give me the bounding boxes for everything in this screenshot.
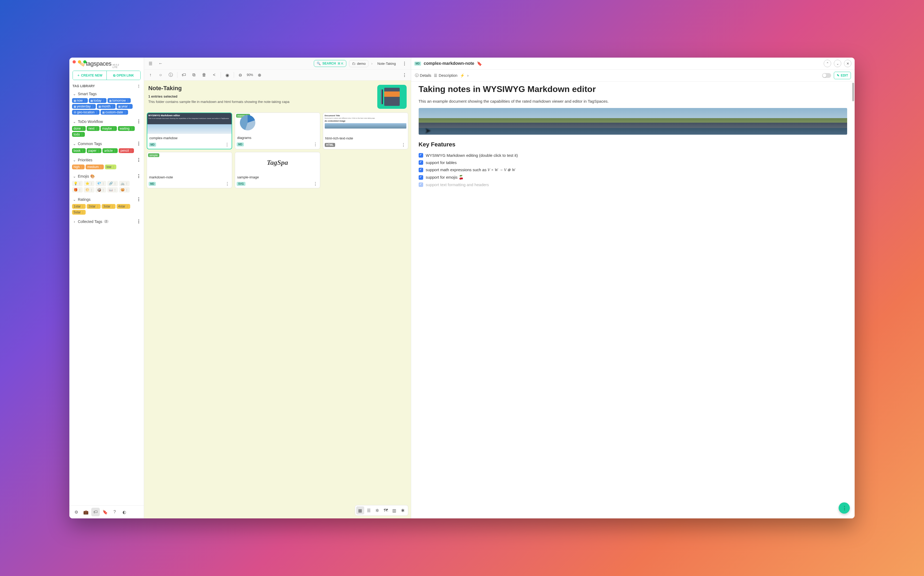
tag-month[interactable]: ▦month⋮ — [97, 104, 116, 109]
tag-paper[interactable]: paper⋮ — [87, 148, 102, 153]
details-tab[interactable]: ⓘDetails — [415, 73, 432, 78]
section-menu[interactable]: ⋮ — [136, 219, 141, 224]
section-menu[interactable]: ⋮ — [136, 141, 141, 146]
next-file-icon[interactable]: ⌄ — [834, 60, 841, 67]
zoom-in-icon[interactable]: ⊕ — [256, 71, 263, 78]
breadcrumb-current[interactable]: Note-Taking — [375, 60, 398, 67]
checklist-item[interactable]: WYSIWYG Markdown editing (double click t… — [419, 152, 847, 159]
kanban-view-icon[interactable]: ▥ — [390, 506, 398, 514]
map-view-icon[interactable]: 🗺 — [382, 506, 390, 514]
checklist-item[interactable]: support text formatting and headers — [419, 181, 847, 188]
file-card-diagrams[interactable]: mermaid diagrams MD⋮ — [235, 112, 320, 149]
prev-file-icon[interactable]: ⌃ — [824, 60, 831, 67]
close-preview-icon[interactable]: ✕ — [844, 60, 852, 67]
checklist-item[interactable]: support for emojis 🍒 — [419, 174, 847, 181]
checkbox-icon[interactable] — [419, 160, 423, 165]
graph-view-icon[interactable]: ✱ — [399, 506, 407, 514]
emoji-tag[interactable]: ⭐⋮ — [84, 181, 95, 186]
file-card-sample-image[interactable]: TagSpa sample-image SVG⋮ — [235, 152, 320, 188]
info-icon[interactable]: ⓘ — [167, 71, 175, 78]
tag-next[interactable]: next⋮ — [87, 126, 99, 131]
tag-year[interactable]: ▦year⋮ — [117, 104, 133, 109]
section-menu[interactable]: ⋮ — [136, 157, 141, 162]
tag-medium[interactable]: medium⋮ — [86, 165, 104, 169]
breadcrumb-root[interactable]: 🗀demo — [349, 60, 369, 67]
tag-high[interactable]: high⋮ — [72, 165, 85, 169]
breadcrumb-menu[interactable]: ⋮ — [401, 60, 408, 67]
card-menu[interactable]: ⋮ — [400, 142, 406, 147]
tag-icon[interactable]: 🏷 — [91, 508, 100, 516]
tag-geo[interactable]: ⦿geo-location⋮ — [72, 110, 99, 115]
tag-1star[interactable]: 1star⋮ — [72, 204, 86, 209]
section-menu[interactable]: ⋮ — [136, 174, 141, 179]
edit-button[interactable]: ✎EDIT — [834, 72, 851, 79]
tag-2star[interactable]: 2star⋮ — [87, 204, 101, 209]
bookmark-icon[interactable]: 🔖 — [101, 508, 109, 516]
checkbox-icon[interactable] — [419, 175, 423, 180]
card-menu[interactable]: ⋮ — [224, 181, 230, 186]
tag-library-menu[interactable]: ⋮ — [137, 84, 140, 88]
file-card-html-note[interactable]: Document Title Some text in colors and d… — [323, 112, 408, 149]
tag-maybe[interactable]: maybe⋮ — [101, 126, 117, 131]
tag-3star[interactable]: 3star⋮ — [102, 204, 116, 209]
checkbox-icon[interactable] — [419, 153, 423, 158]
tag-done[interactable]: done⋮ — [72, 126, 86, 131]
lightning-icon[interactable]: ⚡ — [460, 73, 465, 78]
tag-tomorrow[interactable]: ▦tomorrow⋮ — [107, 98, 131, 103]
list-view-icon[interactable]: ☰ — [365, 506, 373, 514]
maximize-dot[interactable] — [83, 60, 87, 64]
bookmark-icon[interactable]: 🔖 — [477, 61, 482, 66]
card-menu[interactable]: ⋮ — [224, 142, 230, 147]
grid-view-icon[interactable]: ▦ — [356, 506, 364, 514]
tag-now[interactable]: ▦now⋮ — [72, 98, 88, 103]
file-card-markdown-note[interactable]: simple markdown-note MD⋮ — [147, 152, 232, 188]
section-menu[interactable]: ⋮ — [136, 197, 141, 202]
emoji-tag[interactable]: 🚲⋮ — [119, 181, 130, 186]
tag-book[interactable]: book⋮ — [72, 148, 86, 153]
back-icon[interactable]: ← — [157, 60, 164, 67]
gear-icon[interactable]: ⚙ — [72, 508, 80, 516]
share-icon[interactable]: < — [210, 71, 218, 78]
emoji-tag[interactable]: 🔗⋮ — [107, 181, 118, 186]
toggle-switch[interactable] — [822, 73, 831, 78]
chevron-right-icon[interactable]: › — [467, 73, 468, 78]
copy-icon[interactable]: ⧉ — [190, 71, 198, 78]
menu-icon[interactable]: ☰ — [147, 60, 154, 67]
emoji-tag[interactable]: 🎁⋮ — [72, 187, 83, 192]
create-new-button[interactable]: ＋CREATE NEW — [73, 71, 107, 80]
close-dot[interactable] — [72, 60, 76, 64]
tag-4star[interactable]: 4star⋮ — [117, 204, 130, 209]
minimize-dot[interactable] — [78, 60, 81, 64]
card-menu[interactable]: ⋮ — [312, 181, 318, 186]
card-menu[interactable]: ⋮ — [312, 142, 318, 147]
emoji-tag[interactable]: 💡⋮ — [72, 181, 83, 186]
checklist-item[interactable]: support for tables — [419, 159, 847, 166]
circle-icon[interactable]: ○ — [157, 71, 164, 78]
tag-today[interactable]: ▦today⋮ — [89, 98, 106, 103]
theme-icon[interactable]: ◐ — [120, 508, 128, 516]
tag-pencil[interactable]: pencil⋮ — [119, 148, 134, 153]
tag-action-icon[interactable]: 🏷 — [180, 71, 188, 78]
emoji-tag[interactable]: 🌕⋮ — [84, 187, 95, 192]
emoji-tag[interactable]: 🥨⋮ — [119, 187, 130, 192]
emoji-tag[interactable]: 🥥⋮ — [96, 187, 106, 192]
briefcase-icon[interactable]: 💼 — [82, 508, 90, 516]
tag-custom-date[interactable]: ▦custom-date⋮ — [101, 110, 128, 115]
file-card-complex-markdown[interactable]: WYSIWYG Markdown editor This is an examp… — [147, 112, 232, 149]
zoom-out-icon[interactable]: ⊖ — [237, 71, 244, 78]
tag-waiting[interactable]: waiting⋮ — [118, 126, 135, 131]
emoji-tag[interactable]: 💎⋮ — [96, 181, 106, 186]
tag-yesterday[interactable]: ▦yesterday⋮ — [72, 104, 96, 109]
open-link-button[interactable]: ⧉OPEN LINK — [107, 71, 140, 80]
help-icon[interactable]: ? — [111, 508, 119, 516]
aperture-icon[interactable]: ✲ — [373, 506, 381, 514]
checkbox-icon[interactable] — [419, 168, 423, 172]
toolbar-menu[interactable]: ⋮ — [401, 71, 408, 78]
tag-low[interactable]: low⋮ — [105, 165, 116, 169]
section-menu[interactable]: ⋮ — [136, 119, 141, 124]
description-tab[interactable]: ☰Description — [434, 73, 457, 78]
checkbox-icon[interactable] — [419, 182, 423, 187]
fab-menu[interactable]: ⋮ — [839, 502, 850, 514]
up-icon[interactable]: ↑ — [147, 71, 154, 78]
tag-article[interactable]: article⋮ — [103, 148, 118, 153]
